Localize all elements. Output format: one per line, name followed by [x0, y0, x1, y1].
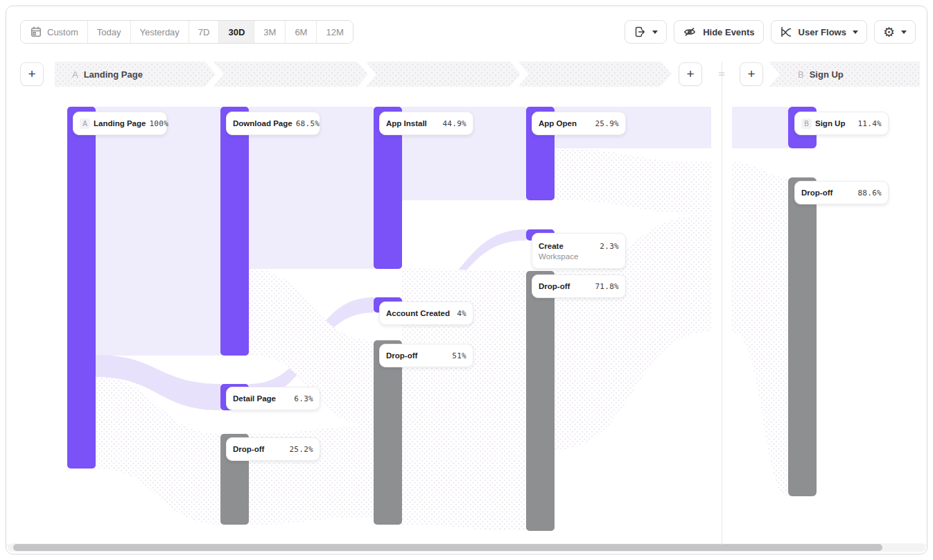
step-title: Sign Up — [810, 69, 844, 80]
export-icon — [634, 26, 646, 38]
flow-into-sign-up-dropoff — [732, 162, 788, 496]
node-label-account-created[interactable]: Account Created 4% — [379, 301, 473, 325]
user-flows-icon — [780, 26, 792, 38]
node-label-app-install[interactable]: App Install 44.9% — [379, 112, 473, 135]
date-range-today[interactable]: Today — [87, 21, 130, 43]
node-label-dropoff-5[interactable]: Drop-off 88.6% — [794, 181, 889, 204]
chevron-down-icon — [853, 30, 858, 34]
node-label-app-open[interactable]: App Open 25.9% — [532, 112, 626, 135]
node-label-dropoff-2[interactable]: Drop-off 25.2% — [226, 437, 320, 461]
chevron-separator-icon — [203, 62, 224, 87]
app-window: Custom Today Yesterday 7D 30D 3M 6M 12M — [6, 6, 927, 554]
user-flows-label: User Flows — [799, 27, 846, 37]
date-range-7d[interactable]: 7D — [189, 21, 219, 43]
chevron-separator-icon — [508, 62, 529, 87]
node-bar-dropoff-5[interactable] — [788, 177, 817, 496]
chevron-separator-icon — [356, 62, 376, 87]
add-step-button-right[interactable]: + — [740, 62, 763, 86]
step-letter: A — [72, 69, 78, 80]
step-badge: A — [80, 119, 90, 129]
date-range-yesterday[interactable]: Yesterday — [130, 21, 189, 43]
step-badge: B — [801, 119, 812, 129]
hide-events-label: Hide Events — [703, 27, 754, 37]
funnel-step-bar-a[interactable]: A Landing Page — [55, 62, 672, 87]
flow-landing-to-download — [96, 107, 220, 356]
node-bar-dropoff-3[interactable] — [374, 340, 402, 525]
step-letter: B — [798, 69, 804, 80]
node-label-landing-page[interactable]: A Landing Page 100% — [73, 112, 167, 135]
toolbar-actions: Hide Events User Flows ⚙ — [625, 20, 916, 44]
date-range-custom[interactable]: Custom — [21, 21, 87, 43]
node-bar-dropoff-4[interactable] — [526, 271, 555, 531]
toolbar: Custom Today Yesterday 7D 30D 3M 6M 12M — [20, 20, 916, 44]
chevron-down-icon — [652, 30, 658, 34]
hide-events-button[interactable]: Hide Events — [674, 20, 763, 44]
date-range-6m[interactable]: 6M — [285, 21, 316, 43]
date-range-label: Custom — [47, 27, 78, 37]
export-button[interactable] — [625, 20, 667, 44]
date-range-12m[interactable]: 12M — [316, 21, 352, 43]
eye-off-icon — [683, 25, 697, 39]
node-bar-landing-page[interactable] — [67, 107, 96, 469]
chevron-down-icon — [901, 30, 907, 34]
node-label-dropoff-3[interactable]: Drop-off 51% — [379, 344, 473, 367]
user-flows-button[interactable]: User Flows — [771, 20, 867, 44]
flow-dropoff-to-dropoff-3 — [402, 340, 526, 531]
add-step-button-left[interactable]: + — [20, 62, 44, 86]
approx-symbol: ≈ — [715, 62, 729, 87]
node-label-sign-up[interactable]: B Sign Up 11.4% — [794, 112, 889, 135]
step-title: Landing Page — [84, 69, 143, 80]
node-label-download-page[interactable]: Download Page 68.5% — [226, 112, 320, 135]
add-step-button-middle[interactable]: + — [679, 62, 702, 86]
node-label-detail-page[interactable]: Detail Page 6.3% — [226, 387, 320, 410]
date-range-picker: Custom Today Yesterday 7D 30D 3M 6M 12M — [20, 20, 354, 44]
calendar-icon — [30, 26, 42, 38]
settings-button[interactable]: ⚙ — [874, 20, 916, 44]
flow-app-open-to-dropoff — [555, 148, 711, 214]
funnel-step-bar-b[interactable]: B Sign Up — [769, 62, 920, 87]
node-label-create-workspace[interactable]: Create 2.3% Workspace — [532, 233, 626, 269]
node-bar-download-page[interactable] — [220, 107, 249, 356]
gear-icon: ⚙ — [883, 26, 895, 39]
user-flows-sankey-chart — [6, 6, 927, 554]
flow-into-sign-up — [732, 107, 788, 148]
date-range-30d[interactable]: 30D — [218, 21, 254, 43]
node-label-dropoff-4[interactable]: Drop-off 71.8% — [532, 274, 626, 298]
date-range-3m[interactable]: 3M — [254, 21, 285, 43]
